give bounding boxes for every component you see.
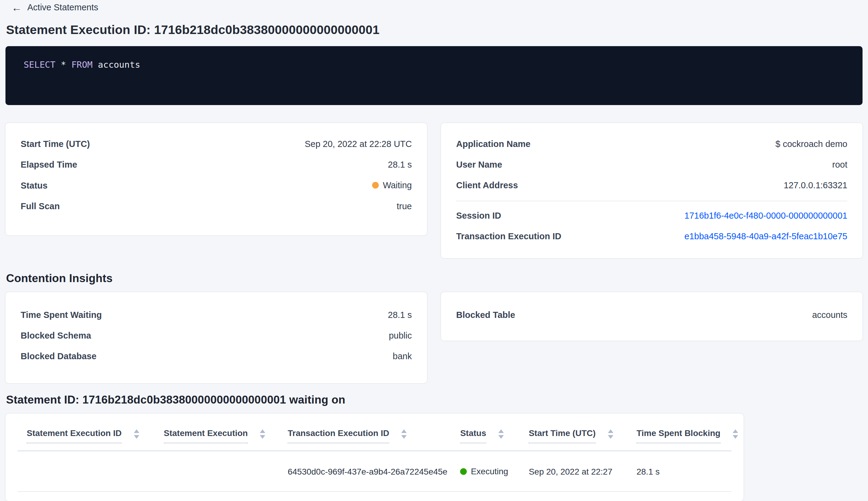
sort-icon[interactable] (498, 429, 504, 439)
column-header-statement-execution: Statement Execution (155, 415, 279, 451)
transaction-execution-id-link[interactable]: e1bba458-5948-40a9-a42f-5feac1b10e75 (684, 231, 847, 242)
column-label[interactable]: Time Spent Blocking (637, 428, 720, 443)
summary-row-application-name: Application Name $ cockroach demo (456, 139, 847, 149)
contention-section: Time Spent Waiting 28.1 s Blocked Schema… (6, 292, 862, 383)
cell-statement-execution-id (18, 451, 155, 492)
row-value: Sep 20, 2022 at 22:28 UTC (305, 139, 412, 149)
sql-keyword: FROM (71, 60, 93, 70)
sql-table-name: accounts (93, 60, 140, 70)
sort-icon[interactable] (134, 429, 139, 439)
table-row: 64530d0c-969f-437e-a9b4-26a72245e45e Exe… (18, 451, 731, 492)
column-header-status: Status (451, 415, 520, 451)
row-value: $ cockroach demo (775, 139, 847, 149)
sort-icon[interactable] (260, 429, 265, 439)
row-label: Transaction Execution ID (456, 231, 561, 242)
sql-text: * (56, 60, 71, 70)
waiting-on-table: Statement Execution ID Statement Executi… (18, 415, 731, 492)
status-text: Executing (471, 466, 508, 477)
column-label[interactable]: Status (460, 428, 486, 443)
row-label: Status (21, 180, 48, 191)
column-label[interactable]: Start Time (UTC) (529, 428, 595, 443)
execution-time-card: Start Time (UTC) Sep 20, 2022 at 22:28 U… (6, 123, 427, 235)
column-header-time-spent-blocking: Time Spent Blocking (627, 415, 731, 451)
summary-row-transaction-execution-id: Transaction Execution ID e1bba458-5948-4… (456, 231, 847, 242)
waiting-on-heading: Statement ID: 1716b218dc0b38380000000000… (6, 394, 868, 406)
sort-icon[interactable] (608, 429, 614, 439)
sort-icon[interactable] (401, 429, 407, 439)
row-label: Full Scan (21, 201, 60, 211)
row-label: Time Spent Waiting (21, 310, 102, 320)
row-value: true (397, 201, 412, 211)
column-header-start-time: Start Time (UTC) (520, 415, 627, 451)
summary-row-elapsed-time: Elapsed Time 28.1 s (21, 159, 412, 170)
contention-insights-heading: Contention Insights (6, 272, 868, 285)
row-label: Start Time (UTC) (21, 139, 90, 149)
row-label: Blocked Schema (21, 330, 91, 341)
summary-row-blocked-schema: Blocked Schema public (21, 330, 412, 341)
cell-start-time: Sep 20, 2022 at 22:27 (520, 451, 627, 492)
row-label: Application Name (456, 139, 531, 149)
row-value: public (389, 330, 412, 341)
row-label: Session ID (456, 211, 501, 221)
sql-keyword: SELECT (24, 60, 56, 70)
page-title: Statement Execution ID: 1716b218dc0b3838… (6, 23, 862, 37)
summary-row-blocked-database: Blocked Database bank (21, 351, 412, 361)
session-id-link[interactable]: 1716b1f6-4e0c-f480-0000-000000000001 (684, 211, 847, 221)
column-header-statement-execution-id: Statement Execution ID (18, 415, 155, 451)
summary-row-session-id: Session ID 1716b1f6-4e0c-f480-0000-00000… (456, 211, 847, 221)
back-link[interactable]: ← Active Statements (0, 0, 98, 12)
row-value: 28.1 s (388, 310, 412, 320)
sql-statement-box: SELECT * FROM accounts (6, 46, 862, 105)
row-label: User Name (456, 159, 502, 170)
column-label[interactable]: Transaction Execution ID (288, 428, 389, 443)
session-info-card: Application Name $ cockroach demo User N… (441, 123, 862, 258)
table-header-row: Statement Execution ID Statement Executi… (18, 415, 731, 451)
overview-section: Start Time (UTC) Sep 20, 2022 at 22:28 U… (6, 123, 862, 258)
summary-row-blocked-table: Blocked Table accounts (456, 310, 847, 320)
summary-row-time-spent-waiting: Time Spent Waiting 28.1 s (21, 310, 412, 320)
column-header-transaction-execution-id: Transaction Execution ID (279, 415, 451, 451)
summary-row-full-scan: Full Scan true (21, 201, 412, 211)
row-value: 28.1 s (388, 159, 412, 170)
row-label: Client Address (456, 180, 518, 190)
contention-details-card: Time Spent Waiting 28.1 s Blocked Schema… (6, 292, 427, 383)
status-waiting-dot-icon (372, 182, 379, 189)
card-divider (456, 201, 847, 201)
row-label: Elapsed Time (21, 159, 77, 170)
back-arrow-icon: ← (12, 3, 22, 12)
cell-status: Executing (451, 451, 520, 492)
row-value: bank (393, 351, 412, 361)
row-value: accounts (812, 310, 847, 320)
row-value: 127.0.0.1:63321 (784, 180, 847, 190)
sort-icon[interactable] (733, 429, 738, 439)
summary-row-status: Status Waiting (21, 180, 412, 191)
column-label[interactable]: Statement Execution (164, 428, 248, 443)
waiting-on-table-card: Statement Execution ID Statement Executi… (6, 414, 744, 501)
summary-row-start-time: Start Time (UTC) Sep 20, 2022 at 22:28 U… (21, 139, 412, 149)
cell-time-spent-blocking: 28.1 s (627, 451, 731, 492)
cell-transaction-execution-id: 64530d0c-969f-437e-a9b4-26a72245e45e (279, 451, 451, 492)
summary-row-client-address: Client Address 127.0.0.1:63321 (456, 180, 847, 190)
summary-row-user-name: User Name root (456, 159, 847, 170)
row-label: Blocked Database (21, 351, 97, 361)
row-value: root (832, 159, 847, 170)
column-label[interactable]: Statement Execution ID (27, 428, 122, 443)
status-value: Waiting (372, 180, 412, 190)
status-executing-dot-icon (460, 468, 467, 475)
statement-details-page: ← Active Statements Statement Execution … (0, 0, 868, 501)
status-text: Waiting (383, 180, 412, 190)
blocked-table-card: Blocked Table accounts (441, 292, 862, 341)
row-label: Blocked Table (456, 310, 515, 320)
back-link-label: Active Statements (27, 2, 98, 12)
cell-statement-execution (155, 451, 279, 492)
